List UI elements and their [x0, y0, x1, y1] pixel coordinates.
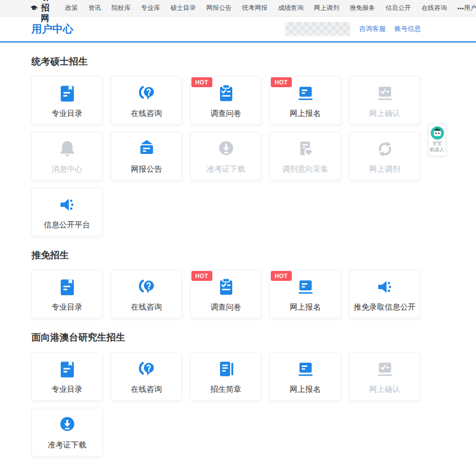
laptop-check-icon — [375, 83, 395, 104]
card-label: 在线咨询 — [131, 109, 162, 119]
nav-item-3[interactable]: 专业库 — [141, 4, 161, 12]
chat-question-icon — [136, 276, 157, 297]
card-label: 调查问卷 — [211, 302, 242, 312]
download-circle-icon — [216, 139, 237, 159]
card-label: 在线咨询 — [131, 385, 162, 395]
card-online-adjustment[interactable]: 网上调剂 — [349, 132, 420, 180]
nav-item-2[interactable]: 院校库 — [111, 4, 131, 12]
card-label: 网报公告 — [131, 164, 162, 174]
robot-avatar-icon — [431, 126, 444, 140]
card-survey-questionnaire[interactable]: HOT调查问卷 — [190, 76, 261, 125]
chat-question-icon — [136, 83, 157, 104]
doc-heart-icon — [295, 139, 316, 159]
card-label: 网上调剂 — [370, 164, 400, 174]
clipboard-check-icon — [216, 276, 237, 297]
announcement-icon — [136, 139, 157, 159]
section-title: 面向港澳台研究生招生 — [31, 331, 420, 344]
card-label: 招生简章 — [211, 385, 242, 395]
chat-question-icon — [136, 359, 157, 380]
card-label: 网上确认 — [370, 385, 400, 395]
redacted-username — [285, 22, 350, 36]
card-online-registration[interactable]: 网上报名 — [270, 352, 341, 401]
main-content: 统考硕士招生专业目录在线咨询HOT调查问卷HOT网上报名网上确认消息中心网报公告… — [31, 55, 420, 456]
card-label: 消息中心 — [52, 164, 83, 174]
bell-icon — [57, 139, 78, 159]
nav-item-12[interactable]: ••• — [457, 5, 464, 12]
card-label: 专业目录 — [52, 385, 83, 395]
nav-item-0[interactable]: 政策 — [65, 4, 78, 12]
card-label: 调查问卷 — [211, 109, 242, 119]
card-admission-brochure[interactable]: 招生简章 — [190, 352, 261, 401]
speaker-icon — [57, 194, 78, 215]
nav-item-1[interactable]: 资讯 — [88, 4, 101, 12]
section-title: 统考硕士招生 — [31, 55, 420, 68]
clipboard-check-icon — [216, 83, 237, 104]
card-label: 专业目录 — [52, 109, 83, 119]
top-navigation: 研招网 政策资讯院校库专业库硕士目录网报公告统考网报成绩查询网上调剂推免服务信息… — [0, 0, 476, 17]
card-grid: 专业目录在线咨询HOT调查问卷HOT网上报名推免录取信息公开 — [31, 270, 420, 318]
card-online-consult[interactable]: 在线咨询 — [111, 270, 182, 318]
hot-badge: HOT — [271, 77, 292, 87]
card-survey-questionnaire[interactable]: HOT调查问卷 — [190, 270, 261, 318]
catalog-book-icon — [57, 359, 78, 380]
speaker-icon — [375, 276, 395, 297]
robot-label-line1: 学宝 — [430, 141, 445, 147]
card-major-catalog[interactable]: 专业目录 — [31, 76, 103, 125]
card-online-consult[interactable]: 在线咨询 — [111, 76, 182, 125]
card-online-registration[interactable]: HOT网上报名 — [270, 76, 341, 125]
card-admission-ticket-download[interactable]: 准考证下载 — [190, 132, 261, 180]
nav-item-11[interactable]: 在线咨询 — [421, 4, 447, 12]
nav-item-10[interactable]: 信息公开 — [386, 4, 411, 12]
sync-arrows-icon — [375, 139, 395, 159]
nav-item-5[interactable]: 网报公告 — [206, 4, 232, 12]
nav-items: 政策资讯院校库专业库硕士目录网报公告统考网报成绩查询网上调剂推免服务信息公开在线… — [65, 4, 464, 12]
nav-item-4[interactable]: 硕士目录 — [170, 4, 196, 12]
card-major-catalog[interactable]: 专业目录 — [31, 352, 103, 401]
header-link-1[interactable]: 账号信息 — [394, 24, 421, 34]
download-circle-icon — [57, 414, 78, 435]
nav-right: 用户中心|退出|帮助中心 — [464, 4, 476, 12]
card-grid: 专业目录在线咨询HOT调查问卷HOT网上报名网上确认消息中心网报公告准考证下载调… — [31, 76, 420, 236]
card-online-confirmation[interactable]: 网上确认 — [349, 352, 420, 401]
card-online-registration[interactable]: HOT网上报名 — [270, 270, 341, 318]
logo-text: 研招网 — [41, 0, 56, 24]
card-label: 调剂意向采集 — [282, 164, 329, 174]
card-label: 网上确认 — [370, 109, 400, 119]
card-adjustment-intention-collection[interactable]: 调剂意向采集 — [270, 132, 341, 180]
card-label: 在线咨询 — [131, 302, 162, 312]
laptop-icon — [295, 83, 316, 104]
page-title: 用户中心 — [31, 22, 73, 36]
card-label: 信息公开平台 — [44, 220, 90, 230]
nav-item-8[interactable]: 网上调剂 — [314, 4, 339, 12]
laptop-check-icon — [375, 359, 395, 380]
card-label: 网上报名 — [290, 385, 321, 395]
nav-item-9[interactable]: 推免服务 — [350, 4, 375, 12]
card-tuimian-admission-info[interactable]: 推免录取信息公开 — [349, 270, 420, 318]
card-message-center[interactable]: 消息中心 — [31, 132, 103, 180]
laptop-icon — [295, 276, 316, 297]
nav-right-link-0[interactable]: 用户中心 — [464, 4, 476, 12]
card-online-confirmation[interactable]: 网上确认 — [349, 76, 420, 125]
catalog-book-icon — [57, 83, 78, 104]
card-major-catalog[interactable]: 专业目录 — [31, 270, 103, 318]
header-link-0[interactable]: 咨询客服 — [359, 24, 386, 34]
card-info-disclosure-platform[interactable]: 信息公开平台 — [31, 188, 103, 236]
doc-lines-icon — [216, 359, 237, 380]
card-grid: 专业目录在线咨询招生简章网上报名网上确认准考证下载 — [31, 352, 420, 456]
hot-badge: HOT — [271, 271, 292, 281]
hot-badge: HOT — [191, 271, 212, 281]
graduation-cap-icon — [30, 3, 38, 13]
robot-assistant-widget[interactable]: 学宝 机器人 — [428, 124, 446, 156]
nav-item-7[interactable]: 成绩查询 — [278, 4, 303, 12]
hot-badge: HOT — [191, 77, 212, 87]
section-title: 推免招生 — [31, 249, 420, 262]
card-registration-announcement[interactable]: 网报公告 — [111, 132, 182, 180]
header-links: 咨询客服账号信息 — [359, 24, 421, 34]
site-logo[interactable]: 研招网 — [30, 0, 56, 24]
card-label: 准考证下载 — [207, 164, 245, 174]
card-label: 准考证下载 — [48, 440, 87, 450]
card-admission-ticket-download[interactable]: 准考证下载 — [31, 408, 103, 456]
card-label: 网上报名 — [290, 302, 321, 312]
nav-item-6[interactable]: 统考网报 — [242, 4, 268, 12]
card-online-consult[interactable]: 在线咨询 — [111, 352, 182, 401]
